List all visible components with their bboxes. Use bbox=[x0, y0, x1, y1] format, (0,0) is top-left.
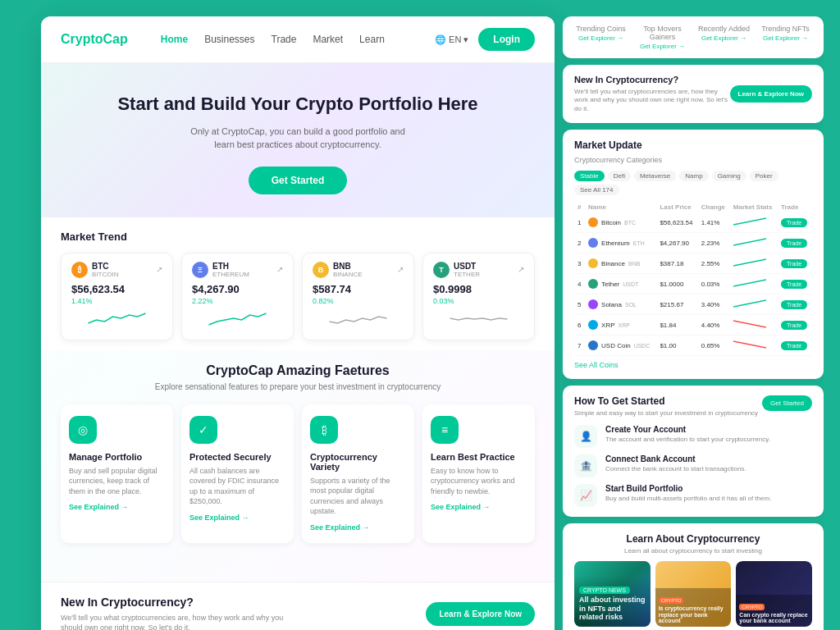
ticker-recent: Recently Added Get Explorer → bbox=[697, 25, 751, 50]
ticker-nfts-name: Trending NFTs bbox=[759, 25, 812, 33]
explore-button[interactable]: Learn & Explore Now bbox=[426, 602, 535, 626]
hs-left: How To Get Started Simple and easy way t… bbox=[574, 395, 758, 417]
cat-metaverse[interactable]: Metaverse bbox=[634, 171, 676, 181]
hs-step-icon-2: 📈 bbox=[574, 484, 597, 507]
feature-protected: ✓ Protected Securely All cash balances a… bbox=[181, 404, 294, 543]
cat-see-all[interactable]: See All 174 bbox=[574, 185, 619, 195]
bnb-card[interactable]: B BNB BINANCE ↗ $587.74 0.82% bbox=[302, 253, 414, 340]
nc-right-title: New In Cryptocurrency? bbox=[574, 75, 730, 84]
feature-link-3[interactable]: See Explained → bbox=[431, 503, 527, 511]
btc-name: BTC bbox=[92, 262, 118, 271]
eth-card[interactable]: Ξ ETH ETHEREUM ↗ $4,267.90 2.22% bbox=[181, 253, 294, 340]
nav-home[interactable]: Home bbox=[161, 34, 188, 45]
bnb-arrow-icon: ↗ bbox=[397, 265, 404, 274]
trade-button[interactable]: Trade bbox=[781, 239, 807, 248]
eth-ticker: ETHEREUM bbox=[212, 271, 249, 278]
new-crypto-text: New In Cryptocurrency? We'll tell you wh… bbox=[61, 596, 307, 630]
hs-subtitle: Simple and easy way to start your invest… bbox=[574, 409, 758, 417]
cat-defi[interactable]: Defi bbox=[608, 171, 631, 181]
features-subtitle: Explore sensational features to prepare … bbox=[61, 382, 535, 391]
nav-businesses[interactable]: Businesses bbox=[204, 34, 254, 45]
navbar: CryptoCap Home Businesses Trade Market L… bbox=[41, 16, 555, 63]
feature-link-2[interactable]: See Explained → bbox=[310, 523, 406, 532]
row-stats bbox=[730, 212, 778, 233]
hs-step-0: 👤 Create Your Account The account and ve… bbox=[574, 425, 812, 448]
cat-stable[interactable]: Stable bbox=[574, 171, 605, 181]
row-change: 3.40% bbox=[698, 294, 730, 315]
nav-trade[interactable]: Trade bbox=[272, 34, 297, 45]
row-rank: 2 bbox=[574, 233, 585, 253]
bnb-chart bbox=[313, 308, 404, 331]
row-trade[interactable]: Trade bbox=[778, 212, 812, 233]
feature-name-3: Learn Best Practice bbox=[431, 452, 527, 462]
cat-poker[interactable]: Poker bbox=[750, 171, 778, 181]
feature-link-1[interactable]: See Explained → bbox=[189, 514, 285, 522]
trade-button[interactable]: Trade bbox=[781, 259, 807, 268]
get-started-right-button[interactable]: Get Started bbox=[762, 395, 812, 411]
learn-about-section: Learn About Cryptocurrency Learn all abo… bbox=[563, 523, 824, 630]
table-row: 2 Ethereum ETH $4,267.90 2.23% Trade bbox=[574, 233, 812, 253]
la-main-article[interactable]: CRYPTO NEWS All about investing in NFTs … bbox=[574, 561, 651, 627]
trade-button[interactable]: Trade bbox=[781, 300, 807, 309]
see-all-coins[interactable]: See All Coins bbox=[574, 361, 812, 369]
la-small-article-0[interactable]: CRYPTO Is cryptocurrency really replace … bbox=[655, 561, 732, 627]
row-trade[interactable]: Trade bbox=[778, 315, 812, 336]
trade-button[interactable]: Trade bbox=[781, 280, 807, 289]
nav-learn[interactable]: Learn bbox=[359, 34, 385, 45]
trade-button[interactable]: Trade bbox=[781, 341, 807, 350]
ticker-trending-name: Trending Coins bbox=[574, 25, 628, 33]
hs-steps: 👤 Create Your Account The account and ve… bbox=[574, 425, 812, 507]
row-change: 2.23% bbox=[698, 233, 730, 253]
row-rank: 6 bbox=[574, 315, 585, 336]
la-small-title-1: Can crypto really replace your bank acco… bbox=[739, 612, 809, 624]
hs-header: How To Get Started Simple and easy way t… bbox=[574, 395, 812, 417]
row-trade[interactable]: Trade bbox=[778, 274, 812, 294]
row-rank: 1 bbox=[574, 212, 585, 233]
row-price: $387.18 bbox=[656, 253, 697, 274]
usdt-icon: T bbox=[433, 262, 450, 278]
ticker-gainers-name: Top Movers Gainers bbox=[636, 25, 689, 41]
get-started-button[interactable]: Get Started bbox=[249, 167, 348, 194]
trade-button[interactable]: Trade bbox=[781, 321, 807, 330]
la-small-article-1[interactable]: CRYPTO Can crypto really replace your ba… bbox=[736, 561, 812, 627]
login-button[interactable]: Login bbox=[478, 28, 535, 51]
hs-step-icon-1: 🏦 bbox=[574, 454, 597, 477]
ticker-gainers-link[interactable]: Get Explorer → bbox=[636, 43, 689, 50]
ticker-nfts-link[interactable]: Get Explorer → bbox=[759, 34, 812, 42]
row-trade[interactable]: Trade bbox=[778, 233, 812, 253]
variety-icon: ₿ bbox=[310, 416, 338, 444]
cat-gaming[interactable]: Gaming bbox=[712, 171, 746, 181]
trend-cards: ₿ BTC BITCOIN ↗ $56,623.54 1.41% bbox=[61, 253, 535, 340]
ticker-recent-link[interactable]: Get Explorer → bbox=[697, 34, 751, 42]
btc-card[interactable]: ₿ BTC BITCOIN ↗ $56,623.54 1.41% bbox=[61, 253, 173, 340]
row-price: $4,267.90 bbox=[656, 233, 697, 253]
cat-namp[interactable]: Namp bbox=[679, 171, 708, 181]
logo: CryptoCap bbox=[61, 32, 128, 47]
row-trade[interactable]: Trade bbox=[778, 294, 812, 315]
row-rank: 4 bbox=[574, 274, 585, 294]
table-row: 1 Bitcoin BTC $56,623.54 1.41% Trade bbox=[574, 212, 812, 233]
btc-chart bbox=[71, 308, 162, 331]
row-stats bbox=[730, 315, 778, 336]
la-main-tag: CRYPTO NEWS bbox=[579, 587, 630, 594]
bnb-name: BNB bbox=[333, 262, 363, 271]
feature-link-0[interactable]: See Explained → bbox=[69, 503, 165, 511]
row-trade[interactable]: Trade bbox=[778, 253, 812, 274]
nc-right-cta-button[interactable]: Learn & Explore Now bbox=[730, 85, 812, 103]
nav-market[interactable]: Market bbox=[313, 34, 343, 45]
table-row: 4 Tether USDT $1.0000 0.03% Trade bbox=[574, 274, 812, 294]
hs-step-text-0: Create Your Account The account and veri… bbox=[605, 425, 770, 444]
language-selector[interactable]: 🌐 EN ▾ bbox=[435, 34, 468, 45]
hero-subtitle: Only at CryptoCap, you can build a good … bbox=[183, 125, 413, 152]
hs-step-icon-0: 👤 bbox=[574, 425, 597, 448]
ticker-trending-link[interactable]: Get Explorer → bbox=[574, 34, 628, 42]
market-update-subtitle: Cryptocurrency Categories bbox=[574, 156, 812, 164]
hero-section: Start and Build Your Crypto Portfolio He… bbox=[41, 63, 555, 217]
trade-button[interactable]: Trade bbox=[781, 218, 807, 227]
nav-right: 🌐 EN ▾ Login bbox=[435, 28, 535, 51]
usdt-card[interactable]: T USDT TETHER ↗ $0.9998 0.03% bbox=[422, 253, 535, 340]
usdt-name: USDT bbox=[454, 262, 480, 271]
btc-ticker: BITCOIN bbox=[92, 271, 118, 278]
feature-learn: ≡ Learn Best Practice Easy to know how t… bbox=[422, 404, 535, 543]
row-trade[interactable]: Trade bbox=[778, 336, 812, 356]
